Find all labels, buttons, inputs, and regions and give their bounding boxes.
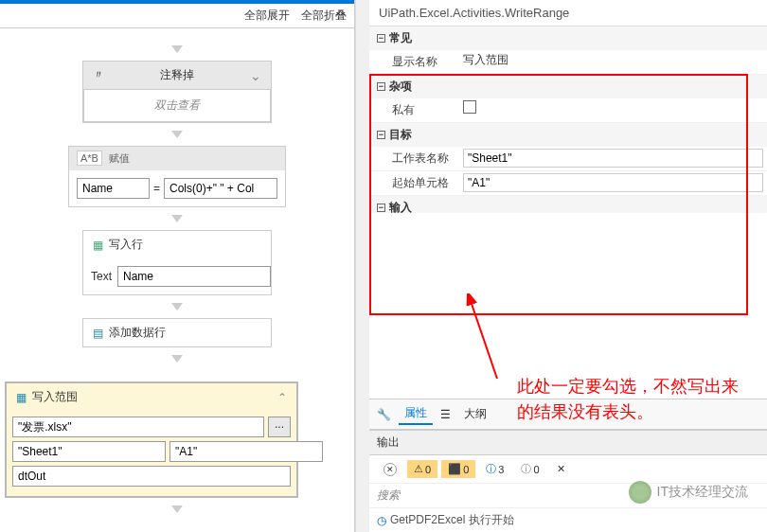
- add-data-row-activity[interactable]: ▤ 添加数据行: [82, 318, 272, 347]
- assign-left-input[interactable]: [77, 178, 150, 199]
- warn-filter[interactable]: ⚠0: [407, 460, 437, 478]
- flow-arrow-icon: [171, 215, 183, 222]
- collapse-icon[interactable]: ⌃: [277, 391, 287, 404]
- comment-title: 注释掉: [160, 67, 194, 83]
- watermark-logo-icon: [629, 481, 651, 504]
- flow-arrow-icon: [171, 303, 183, 310]
- sheet-name-label: 工作表名称: [369, 147, 459, 170]
- write-line-icon: ▦: [93, 239, 103, 252]
- section-input[interactable]: − 输入: [369, 196, 767, 213]
- write-range-table-input[interactable]: [12, 466, 291, 487]
- properties-title: UiPath.Excel.Activities.WriteRange: [369, 0, 767, 27]
- write-range-title: 写入范围: [32, 389, 78, 405]
- output-log-item[interactable]: ◷ GetPDF2Excel 执行开始: [369, 508, 767, 532]
- wrench-icon: 🔧: [377, 408, 391, 421]
- collapse-icon[interactable]: −: [377, 204, 385, 212]
- trace-filter[interactable]: ⓘ0: [514, 459, 545, 479]
- error-filter[interactable]: ⬛0: [441, 460, 475, 478]
- display-name-label: 显示名称: [369, 50, 459, 74]
- private-checkbox[interactable]: [463, 100, 476, 114]
- flow-arrow-icon: [171, 45, 183, 53]
- tab-outline[interactable]: 大纲: [458, 404, 492, 424]
- comment-activity[interactable]: 〃 注释掉 ⌄ 双击查看: [82, 61, 272, 123]
- clock-icon: ◷: [377, 514, 386, 527]
- assign-title: 赋值: [109, 152, 130, 164]
- write-line-text-input[interactable]: [117, 266, 271, 287]
- flow-arrow-icon: [171, 355, 183, 363]
- close-output-button[interactable]: ✕: [550, 460, 572, 478]
- watermark: IT技术经理交流: [629, 481, 748, 504]
- expand-all-link[interactable]: 全部展开: [244, 8, 290, 24]
- vertical-scrollbar[interactable]: [355, 0, 369, 532]
- comment-icon: 〃: [93, 67, 104, 83]
- chevron-down-icon[interactable]: ⌄: [250, 68, 261, 83]
- write-range-activity[interactable]: ▦ 写入范围 ⌃ ...: [5, 381, 298, 498]
- collapse-all-link[interactable]: 全部折叠: [301, 8, 347, 24]
- sheet-name-input[interactable]: [463, 149, 763, 168]
- add-row-title: 添加数据行: [109, 325, 166, 341]
- write-range-icon: ▦: [16, 391, 27, 404]
- list-icon: ☰: [440, 408, 451, 421]
- start-cell-label: 起始单元格: [369, 171, 459, 195]
- write-line-activity[interactable]: ▦ 写入行 Text: [82, 230, 272, 295]
- add-row-icon: ▤: [93, 327, 103, 340]
- write-line-title: 写入行: [109, 237, 143, 253]
- equals-label: =: [153, 182, 160, 195]
- info-filter[interactable]: ⓘ3: [479, 459, 510, 479]
- assign-activity[interactable]: A*B 赋值 =: [68, 146, 286, 207]
- browse-button[interactable]: ...: [268, 417, 291, 437]
- write-range-cell-input[interactable]: [169, 441, 323, 462]
- comment-body[interactable]: 双击查看: [83, 89, 271, 122]
- assign-badge: A*B: [77, 151, 102, 166]
- collapse-icon[interactable]: −: [377, 82, 385, 91]
- tab-properties[interactable]: 属性: [399, 403, 433, 425]
- annotation-text: 此处一定要勾选，不然写出来 的结果没有表头。: [517, 374, 739, 425]
- write-range-sheet-input[interactable]: [12, 441, 166, 462]
- start-cell-input[interactable]: [463, 173, 763, 192]
- flow-arrow-icon: [171, 131, 183, 138]
- collapse-icon[interactable]: −: [377, 131, 385, 139]
- text-label: Text: [91, 270, 112, 283]
- output-title: 输出: [369, 431, 767, 455]
- section-target[interactable]: − 目标: [369, 123, 767, 147]
- private-label: 私有: [369, 98, 459, 122]
- write-range-file-input[interactable]: [12, 417, 264, 437]
- clear-button[interactable]: ✕: [377, 460, 403, 479]
- assign-right-input[interactable]: [164, 178, 277, 199]
- section-common[interactable]: − 常见: [369, 27, 767, 50]
- section-misc[interactable]: − 杂项: [369, 75, 767, 98]
- collapse-icon[interactable]: −: [377, 34, 385, 43]
- display-name-value[interactable]: 写入范围: [463, 53, 508, 66]
- flow-arrow-icon: [171, 505, 183, 513]
